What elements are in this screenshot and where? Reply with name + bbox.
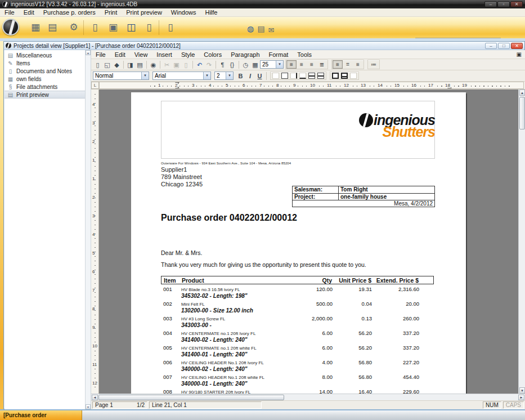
sidebar-scrollbar[interactable]: ▲ ▼ — [86, 50, 91, 409]
po-product: HV 90/180 STARTER 20ft Ivory FL — [181, 390, 288, 394]
editor-menu-paragraph[interactable]: Paragraph — [226, 51, 264, 58]
po-item-line1: 007HV CEILING HEADER No.1 20ft white FL8… — [161, 374, 434, 380]
style-arrow-icon[interactable]: ▼ — [141, 72, 149, 79]
hscroll-thumb[interactable] — [98, 395, 284, 400]
italic-button[interactable]: I — [245, 72, 255, 81]
border-clear-icon[interactable] — [350, 73, 357, 79]
send-mail-icon[interactable]: ✉ — [265, 24, 277, 37]
po-qty: 14.00 — [288, 388, 333, 394]
sidebar-item-own-fields[interactable]: ▦own fields — [5, 75, 85, 83]
editor-menu-colors[interactable]: Colors — [199, 51, 226, 58]
sidebar-item-items[interactable]: ✎Items — [5, 59, 85, 67]
border-bottom-icon[interactable] — [299, 73, 306, 79]
border-thick-icon[interactable] — [332, 73, 339, 79]
menu-item-edit[interactable]: Edit — [19, 9, 39, 16]
style-select[interactable]: Normal ▼ — [93, 72, 149, 80]
ruler-number: 16 — [411, 83, 417, 88]
field-brackets-icon[interactable]: {} — [227, 60, 237, 69]
editor-menu-file[interactable]: File — [91, 51, 110, 58]
font-size-select[interactable]: 2 ▼ — [214, 72, 234, 80]
mdi-maximize-button[interactable]: □ — [498, 43, 510, 49]
tab-selector[interactable]: L — [91, 82, 99, 89]
scroll-right-icon[interactable]: ► — [518, 395, 524, 400]
size-arrow-icon[interactable]: ▼ — [226, 72, 233, 79]
scroll-down-icon[interactable]: ▼ — [86, 404, 91, 409]
vertical-scrollbar[interactable]: ▲ ▼ — [518, 90, 525, 394]
line-spacing-2-icon[interactable]: ≡ — [353, 60, 363, 69]
mdi-minimize-button[interactable]: – — [485, 43, 497, 49]
paste-clipboard-icon[interactable]: ▯ — [164, 21, 177, 34]
scroll-up-icon[interactable]: ▲ — [519, 90, 525, 96]
scroll-up-icon[interactable]: ▲ — [86, 50, 91, 55]
scroll-down-icon[interactable]: ▼ — [519, 387, 525, 394]
scroll-left-icon[interactable]: ◄ — [92, 395, 98, 400]
align-right-icon[interactable]: ≡ — [307, 60, 317, 69]
menu-item-hilfe[interactable]: Hilfe — [200, 9, 222, 16]
bold-button[interactable]: B — [236, 72, 245, 81]
list-icon[interactable]: ≔ — [369, 60, 379, 69]
minimize-button[interactable]: – — [484, 1, 497, 7]
zoom-select[interactable]: 25 ▼ — [260, 60, 284, 69]
sidebar-item-print-preview[interactable]: ▤Print preview — [5, 91, 85, 99]
editor-menu-insert[interactable]: Insert — [152, 51, 177, 58]
line-spacing-1-icon[interactable]: ≡ — [333, 60, 343, 69]
eraser-icon[interactable]: ◆ — [112, 60, 122, 69]
editor-menu-view[interactable]: View — [130, 51, 152, 58]
menu-item-file[interactable]: File — [0, 9, 19, 16]
border-rows-icon[interactable] — [317, 73, 324, 79]
sidebar-item-miscellaneous[interactable]: ▤Miscellaneous — [5, 51, 85, 59]
duplicate-record-icon[interactable]: ▣ — [107, 21, 119, 34]
menu-item-purchase-p-orders[interactable]: Purchase p. orders — [39, 9, 100, 16]
doc-open-icon[interactable]: ◱ — [102, 60, 112, 69]
settings-gear-icon[interactable]: ⚙ — [68, 21, 80, 34]
underline-button[interactable]: U — [255, 72, 264, 81]
editor-menu-style[interactable]: Style — [177, 51, 199, 58]
ingenious-logo-button[interactable] — [2, 19, 19, 35]
border-right-icon[interactable] — [290, 73, 297, 79]
line-spacing-15-icon[interactable]: = — [343, 60, 353, 69]
font-arrow-icon[interactable]: ▼ — [203, 72, 210, 79]
editor-window-icon[interactable]: ▣ — [513, 51, 525, 57]
pilcrow-icon[interactable]: ¶ — [218, 60, 227, 69]
print-icon[interactable]: ▤ — [135, 60, 145, 69]
vertical-ruler[interactable]: 4321123456789101112 — [91, 90, 99, 394]
align-left-icon[interactable]: ≡ — [286, 60, 297, 69]
maximize-button[interactable]: ▫ — [497, 1, 510, 7]
main-menubar: FileEditPurchase p. ordersPrintPrint pre… — [0, 8, 525, 17]
menu-item-windows[interactable]: Windows — [167, 9, 201, 16]
editor-menu-edit[interactable]: Edit — [110, 51, 130, 58]
horizontal-scrollbar[interactable]: ◄ ► — [91, 394, 525, 400]
page-preview-icon[interactable]: ◨ — [125, 60, 135, 69]
stamp-icon[interactable]: ◉ — [149, 60, 158, 69]
delete-record-icon[interactable]: ▯ — [143, 21, 155, 34]
sidebar-item-documents-and-notes[interactable]: ▯Documents and Notes — [5, 67, 85, 75]
border-none-icon[interactable] — [272, 73, 279, 79]
new-record-icon[interactable]: ▯ — [89, 21, 101, 34]
mdi-close-button[interactable]: ✕ — [511, 43, 523, 49]
list-view-icon[interactable]: ▤ — [46, 21, 59, 34]
po-heading: Purchase order 04022012/00012 — [161, 213, 297, 223]
editor-menu-format[interactable]: Format — [264, 51, 293, 58]
close-button[interactable]: ✕ — [510, 1, 523, 7]
menu-item-print-preview[interactable]: Print preview — [122, 9, 167, 16]
date-icon[interactable]: ▦ — [250, 60, 260, 69]
mdi-titlebar[interactable]: Projects detail view [Supplier1] - [Purc… — [4, 42, 524, 50]
align-justify-icon[interactable]: ≣ — [317, 60, 327, 69]
border-thick-inner-icon[interactable] — [341, 73, 348, 79]
save-record-icon[interactable]: ◫ — [125, 21, 137, 34]
border-outline-icon[interactable] — [281, 73, 288, 79]
editor-menu-tools[interactable]: Tools — [293, 51, 316, 58]
font-select[interactable]: Arial ▼ — [152, 72, 211, 80]
vscroll-thumb[interactable] — [519, 97, 525, 129]
undo-icon[interactable]: ↶ — [195, 60, 204, 69]
doc-new-icon[interactable]: ▯ — [93, 60, 102, 69]
zoom-arrow-icon[interactable]: ▼ — [276, 61, 283, 68]
align-center-icon[interactable]: ≡ — [297, 60, 307, 69]
grid-view-icon[interactable]: ▦ — [29, 21, 42, 34]
taskbar-active-tab[interactable]: [Purchase order 04022012/00012] — [0, 410, 82, 420]
sidebar-item-file-attachments[interactable]: §File attachments — [5, 83, 85, 91]
menu-item-print[interactable]: Print — [100, 9, 122, 16]
border-inner-h-icon[interactable] — [308, 73, 315, 79]
horizontal-ruler[interactable]: 12345678910111213141516171819 — [99, 82, 524, 89]
time-icon[interactable]: ◷ — [241, 60, 250, 69]
